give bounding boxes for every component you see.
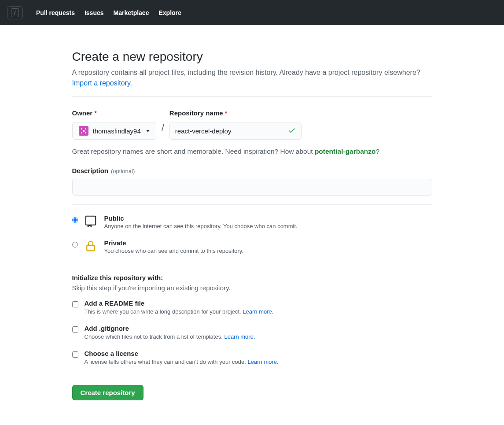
owner-select[interactable]: thomasfindlay94 (72, 122, 156, 140)
private-text: Private You choose who can see and commi… (104, 239, 244, 254)
repo-name-input[interactable] (175, 127, 288, 135)
private-title: Private (104, 239, 244, 247)
page-subtitle: A repository contains all project files,… (72, 67, 432, 89)
owner-label: Owner * (72, 109, 156, 117)
gitignore-desc: Choose which files not to track from a l… (85, 333, 255, 340)
repo-name-label: Repository name * (169, 109, 302, 117)
owner-group: Owner * thomasfindlay94 (72, 109, 156, 140)
init-subtitle: Skip this step if you're importing an ex… (72, 284, 432, 292)
top-nav: / Pull requests Issues Marketplace Explo… (0, 0, 504, 25)
init-title: Initialize this repository with: (72, 274, 432, 281)
svg-rect-4 (85, 132, 86, 133)
visibility-private-row: Private You choose who can see and commi… (72, 239, 432, 254)
main-container: Create a new repository A repository con… (65, 25, 439, 418)
readme-checkbox[interactable] (72, 301, 78, 307)
create-repository-button[interactable]: Create repository (72, 385, 143, 400)
license-text: Choose a license A license tells others … (85, 350, 279, 365)
owner-repo-row: Owner * thomasfindlay94 / Repository nam… (72, 109, 432, 140)
gitignore-desc-text: Choose which files not to track from a l… (85, 333, 224, 340)
license-row: Choose a license A license tells others … (72, 350, 432, 365)
path-separator: / (161, 122, 165, 134)
public-radio[interactable] (72, 217, 78, 223)
page-title: Create a new repository (72, 50, 432, 64)
public-desc: Anyone on the internet can see this repo… (104, 223, 298, 229)
license-title: Choose a license (85, 350, 279, 357)
license-checkbox[interactable] (72, 351, 78, 358)
search-trigger[interactable]: / (7, 6, 23, 19)
svg-rect-5 (85, 216, 96, 225)
nav-explore[interactable]: Explore (158, 9, 181, 16)
gitignore-row: Add .gitignore Choose which files not to… (72, 325, 432, 340)
avatar-icon (79, 126, 88, 136)
readme-title: Add a README file (85, 299, 274, 307)
license-desc-text: A license tells others what they can and… (85, 358, 248, 365)
description-label: Description (optional) (72, 167, 432, 174)
name-suggestion[interactable]: potential-garbanzo (315, 148, 376, 155)
nav-issues[interactable]: Issues (85, 9, 104, 16)
gitignore-title: Add .gitignore (85, 325, 255, 332)
hint-prefix: Great repository names are short and mem… (72, 148, 315, 155)
chevron-down-icon (146, 130, 150, 132)
readme-row: Add a README file This is where you can … (72, 299, 432, 315)
readme-text: Add a README file This is where you can … (85, 299, 274, 315)
description-section: Description (optional) (72, 167, 432, 196)
public-text: Public Anyone on the internet can see th… (104, 214, 298, 229)
license-desc: A license tells others what they can and… (85, 358, 279, 365)
nav-links: Pull requests Issues Marketplace Explore (36, 9, 181, 16)
required-mark: * (225, 109, 228, 117)
divider (72, 375, 432, 375)
private-radio[interactable] (72, 242, 78, 248)
readme-learn-link[interactable]: Learn more. (243, 308, 273, 315)
divider (72, 264, 432, 264)
svg-rect-0 (81, 128, 82, 129)
owner-value: thomasfindlay94 (93, 127, 141, 135)
divider (72, 96, 432, 97)
divider (72, 204, 432, 205)
lock-icon (84, 239, 98, 254)
slash-key-icon: / (11, 8, 19, 17)
svg-rect-1 (85, 128, 86, 129)
nav-pull-requests[interactable]: Pull requests (36, 9, 75, 16)
repo-name-group: Repository name * (169, 109, 302, 140)
checkmark-icon (288, 126, 296, 136)
repo-name-hint: Great repository names are short and mem… (72, 148, 432, 155)
private-desc: You choose who can see and commit to thi… (104, 248, 244, 254)
subtitle-text: A repository contains all project files,… (72, 69, 420, 76)
description-input[interactable] (72, 179, 432, 196)
required-mark: * (94, 109, 97, 117)
optional-text: (optional) (111, 168, 135, 174)
description-label-text: Description (72, 167, 109, 174)
gitignore-checkbox[interactable] (72, 326, 78, 333)
repo-icon (84, 214, 98, 229)
public-title: Public (104, 214, 298, 222)
repo-input-wrap (169, 122, 302, 140)
gitignore-learn-link[interactable]: Learn more. (224, 333, 255, 340)
svg-rect-2 (83, 130, 85, 132)
nav-marketplace[interactable]: Marketplace (114, 9, 149, 16)
import-repository-link[interactable]: Import a repository. (72, 79, 132, 87)
visibility-public-row: Public Anyone on the internet can see th… (72, 214, 432, 229)
repo-label-text: Repository name (169, 109, 223, 117)
svg-rect-6 (87, 245, 95, 251)
readme-desc: This is where you can write a long descr… (85, 308, 274, 315)
hint-suffix: ? (376, 148, 380, 155)
owner-label-text: Owner (72, 109, 93, 117)
gitignore-text: Add .gitignore Choose which files not to… (85, 325, 255, 340)
readme-desc-text: This is where you can write a long descr… (85, 308, 243, 315)
license-learn-link[interactable]: Learn more. (248, 358, 279, 365)
svg-rect-3 (81, 132, 82, 133)
